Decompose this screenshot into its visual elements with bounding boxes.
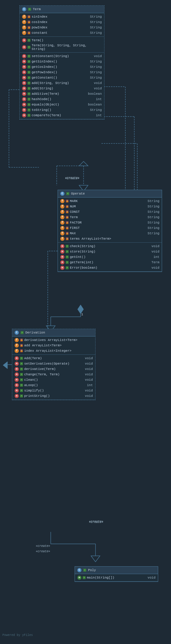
field-name: powIndex bbox=[32, 26, 89, 29]
method-type: void bbox=[152, 244, 159, 248]
field-icon: f bbox=[60, 231, 64, 235]
method-type: String bbox=[90, 65, 102, 69]
method-name: Term() bbox=[32, 39, 102, 42]
field-icon: f bbox=[15, 338, 19, 342]
lock-icon: 🔒 bbox=[27, 15, 30, 18]
poly-box: C + Poly m + main(String[]) void bbox=[75, 566, 158, 582]
table-row: m + compareTo(Term) int bbox=[20, 113, 104, 118]
pub-icon: + bbox=[27, 39, 30, 42]
table-row: m + aLoop() int bbox=[12, 383, 95, 388]
pub-icon: + bbox=[20, 394, 23, 397]
field-type: String bbox=[90, 15, 102, 19]
method-icon: m bbox=[22, 92, 26, 96]
operate-title: Operate bbox=[71, 192, 85, 195]
method-name: check(String) bbox=[70, 244, 150, 248]
method-type: void bbox=[85, 357, 93, 360]
operate-methods: m + check(String) void m + store(String)… bbox=[58, 243, 162, 272]
pub-icon: + bbox=[66, 250, 69, 253]
pub-icon: + bbox=[27, 98, 30, 101]
method-type: void bbox=[152, 250, 159, 253]
lock-icon: 🔒 bbox=[27, 31, 30, 34]
method-type: void bbox=[94, 54, 102, 58]
method-name: additive(Term) bbox=[32, 92, 87, 96]
pub-icon: + bbox=[27, 108, 30, 111]
lock-icon: 🔒 bbox=[66, 216, 69, 219]
class-icon: C bbox=[15, 331, 19, 335]
table-row: f 🔒 powIndex String bbox=[20, 25, 104, 30]
field-name: add ArrayList<Term> bbox=[24, 344, 93, 347]
method-type: String bbox=[90, 60, 102, 63]
method-name: add(String, String) bbox=[32, 81, 93, 85]
method-name: main(String[]) bbox=[87, 576, 147, 579]
pub-icon: + bbox=[27, 103, 30, 106]
method-icon: m bbox=[15, 378, 19, 382]
method-icon: m bbox=[22, 59, 26, 64]
operate-fields: f 🔒 MARK String f 🔒 NUM String f 🔒 CONST… bbox=[58, 198, 162, 243]
pub-icon: + bbox=[66, 261, 69, 264]
field-name: NUM bbox=[70, 205, 146, 208]
field-name: FACTOR bbox=[70, 221, 146, 224]
pub-icon: + bbox=[20, 384, 23, 387]
poly-methods: m + main(String[]) void bbox=[75, 574, 158, 582]
svg-marker-13 bbox=[91, 556, 100, 562]
pub-icon: + bbox=[83, 576, 86, 579]
method-icon: m bbox=[22, 113, 26, 117]
lock-icon: 🔒 bbox=[66, 200, 69, 203]
pub-icon: + bbox=[20, 389, 23, 392]
derivation-methods: m + Add(Term) void m + setDerivatives(Op… bbox=[12, 355, 95, 400]
field-icon: f bbox=[22, 25, 26, 30]
method-type: boolean bbox=[88, 103, 102, 106]
pub-icon: + bbox=[27, 114, 30, 117]
table-row: m + getConstant() String bbox=[20, 75, 104, 80]
method-name: change(Term, Term) bbox=[24, 373, 84, 376]
method-name: Term(String, String, String, String) bbox=[32, 44, 102, 51]
method-name: getCosIndex() bbox=[32, 65, 89, 69]
field-icon: f bbox=[60, 221, 64, 225]
pub-icon: + bbox=[27, 55, 30, 58]
field-icon: f bbox=[15, 349, 19, 353]
term-constructors: m + Term() m + Term(String, String, Stri… bbox=[20, 37, 104, 53]
table-row: m + clean() void bbox=[12, 377, 95, 383]
lock-icon: 🔒 bbox=[27, 26, 30, 29]
operate-header: C + Operate bbox=[58, 190, 162, 198]
method-icon: m bbox=[22, 70, 26, 74]
method-type: void bbox=[94, 81, 102, 85]
method-name: setDerivatives(Operate) bbox=[24, 362, 84, 365]
method-icon: m bbox=[22, 108, 26, 112]
method-icon: m bbox=[60, 255, 64, 259]
class-icon: C bbox=[77, 568, 81, 572]
svg-marker-4 bbox=[79, 161, 88, 166]
field-name: sinIndex bbox=[32, 15, 89, 19]
field-name: derivatives ArrayList<Term> bbox=[24, 338, 93, 342]
method-type: int bbox=[153, 255, 159, 259]
table-row: m + equals(Object) boolean bbox=[20, 102, 104, 107]
poly-header: C + Poly bbox=[75, 567, 158, 574]
method-icon: m bbox=[15, 394, 19, 398]
method-name: getCnt() bbox=[70, 255, 152, 259]
term-fields: f 🔒 sinIndex String f 🔒 cosIndex String … bbox=[20, 13, 104, 37]
table-row: m + derivative(Term) void bbox=[12, 366, 95, 372]
field-icon: f bbox=[60, 215, 64, 219]
table-row: m + setConstant(String) void bbox=[20, 53, 104, 59]
term-methods: m + setConstant(String) void m + getSinI… bbox=[20, 53, 104, 119]
table-row: m + add(String) void bbox=[20, 86, 104, 91]
field-type: String bbox=[90, 26, 102, 29]
field-icon: f bbox=[60, 199, 64, 203]
pub-icon: + bbox=[27, 92, 30, 95]
pub-icon: + bbox=[27, 60, 30, 63]
method-icon: m bbox=[60, 250, 64, 254]
lock-icon: 🔒 bbox=[66, 221, 69, 224]
field-type: String bbox=[147, 210, 159, 214]
method-type: Term bbox=[152, 261, 159, 264]
lock-icon: 🔒 bbox=[66, 237, 69, 240]
field-name: cosIndex bbox=[32, 20, 89, 24]
method-name: store(String) bbox=[70, 250, 150, 253]
pub-icon: + bbox=[21, 331, 24, 334]
method-icon: m bbox=[22, 65, 26, 69]
table-row: m + simplify() void bbox=[12, 388, 95, 393]
pub-icon: + bbox=[20, 378, 23, 381]
term-header: C + Term bbox=[20, 6, 104, 13]
operate-box: C + Operate f 🔒 MARK String f 🔒 NUM Stri… bbox=[58, 190, 162, 272]
field-name: CONST bbox=[70, 210, 146, 214]
field-type: String bbox=[147, 221, 159, 224]
